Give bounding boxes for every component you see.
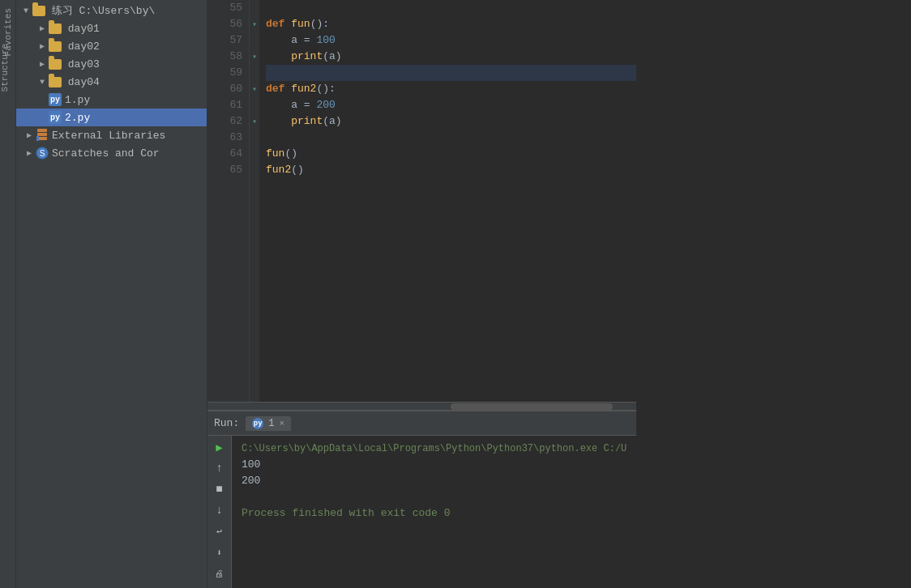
run-header: Run: py 1 ×	[207, 411, 636, 436]
run-tab-close[interactable]: ×	[279, 419, 284, 428]
run-toolbar: ▶ ↑ ■ ↓ ↩ ⬇ 🖨	[207, 436, 232, 588]
svg-text:S: S	[40, 149, 45, 158]
output-line-0: C:\Users\by\AppData\Local\Programs\Pytho…	[242, 441, 627, 457]
run-up-button[interactable]: ↑	[212, 460, 228, 476]
run-scroll-button[interactable]: ⬇	[212, 544, 228, 560]
code-line-65: fun2()	[266, 162, 636, 178]
svg-rect-1	[37, 133, 47, 136]
run-output: C:\Users\by\AppData\Local\Programs\Pytho…	[232, 436, 636, 588]
2py-icon: py	[49, 111, 62, 124]
day01-label: day01	[68, 23, 100, 35]
code-content[interactable]: def fun(): a = 100 print(a) def fun2(): …	[259, 0, 636, 402]
output-line-4: Process finished with exit code 0	[242, 505, 627, 522]
root-label: 练习 C:\Users\by\	[52, 3, 155, 18]
scratches-icon: S	[36, 147, 49, 160]
day01-arrow: ▶	[36, 23, 49, 33]
day04-arrow: ▼	[36, 78, 49, 87]
1py-icon: py	[49, 93, 62, 106]
run-tab-label: 1	[268, 418, 274, 429]
main-area: 55 56 57 58 59 60 61 62 63 64 65 ▾ ▾ ▾	[207, 0, 636, 588]
run-wrap-button[interactable]: ↩	[212, 523, 228, 539]
tree-item-scratches[interactable]: ▶ S Scratches and Cor	[16, 144, 207, 162]
code-line-55	[266, 0, 636, 16]
day04-label: day04	[68, 76, 100, 88]
svg-rect-3	[36, 136, 39, 141]
1py-label: 1.py	[65, 94, 90, 106]
root-folder-icon	[32, 6, 45, 16]
horizontal-scrollbar[interactable]	[207, 402, 636, 410]
scratches-arrow: ▶	[23, 148, 36, 158]
code-line-56: def fun():	[266, 16, 636, 32]
code-line-64: fun()	[266, 146, 636, 162]
tree-item-2py[interactable]: py 2.py	[16, 109, 207, 126]
day02-arrow: ▶	[36, 41, 49, 51]
tree-item-extlib[interactable]: ▶ External Libraries	[16, 126, 207, 144]
run-panel: Run: py 1 × ▶ ↑ ■ ↓ ↩ ⬇ 🖨	[207, 410, 636, 588]
run-label: Run:	[214, 417, 239, 429]
day03-label: day03	[68, 58, 100, 70]
structure-tab[interactable]: Structure	[0, 40, 11, 95]
root-arrow: ▼	[19, 6, 32, 15]
extlib-label: External Libraries	[52, 130, 165, 142]
tree-item-day04[interactable]: ▼ day04	[16, 73, 207, 91]
code-gutter: ▾ ▾ ▾ ▾	[250, 0, 259, 402]
day01-folder-icon	[49, 23, 62, 34]
code-line-60: def fun2():	[266, 81, 636, 97]
code-editor[interactable]: 55 56 57 58 59 60 61 62 63 64 65 ▾ ▾ ▾	[207, 0, 636, 402]
code-line-62: print(a)	[266, 113, 636, 130]
run-tab[interactable]: py 1 ×	[246, 416, 291, 431]
code-line-59	[266, 65, 636, 81]
tree-root[interactable]: ▼ 练习 C:\Users\by\	[16, 2, 207, 19]
extlib-arrow: ▶	[23, 130, 36, 140]
output-line-1: 100	[242, 457, 627, 473]
code-line-57: a = 100	[266, 32, 636, 49]
extlib-icon	[36, 129, 49, 142]
day03-arrow: ▶	[36, 59, 49, 69]
run-body: ▶ ↑ ■ ↓ ↩ ⬇ 🖨 C:\Users\by\AppData\Local\…	[207, 436, 636, 588]
output-line-2: 200	[242, 473, 627, 489]
run-stop-button[interactable]: ■	[212, 481, 228, 497]
tree-item-day02[interactable]: ▶ day02	[16, 37, 207, 55]
run-py-badge: py	[252, 418, 263, 429]
code-line-58: print(a)	[266, 49, 636, 65]
day02-label: day02	[68, 40, 100, 53]
run-print-button[interactable]: 🖨	[212, 565, 228, 582]
project-tree: ▼ 练习 C:\Users\by\ ▶ day01 ▶ day02	[16, 0, 207, 588]
code-line-61: a = 200	[266, 97, 636, 113]
day04-folder-icon	[49, 77, 62, 87]
run-down-button[interactable]: ↓	[212, 502, 228, 518]
day02-folder-icon	[49, 41, 62, 52]
project-sidebar: Structure ▼ 练习 C:\Users\by\ ▶ day01	[16, 0, 207, 588]
scratches-label: Scratches and Cor	[52, 147, 160, 160]
run-play-button[interactable]: ▶	[212, 439, 228, 455]
tree-item-day01[interactable]: ▶ day01	[16, 19, 207, 37]
svg-rect-2	[37, 129, 47, 132]
code-line-63	[266, 130, 636, 146]
line-numbers: 55 56 57 58 59 60 61 62 63 64 65	[207, 0, 250, 402]
day03-folder-icon	[49, 59, 62, 70]
tree-item-1py[interactable]: py 1.py	[16, 91, 207, 109]
tree-item-day03[interactable]: ▶ day03	[16, 55, 207, 73]
2py-label: 2.py	[65, 112, 90, 124]
output-line-3	[242, 489, 627, 505]
